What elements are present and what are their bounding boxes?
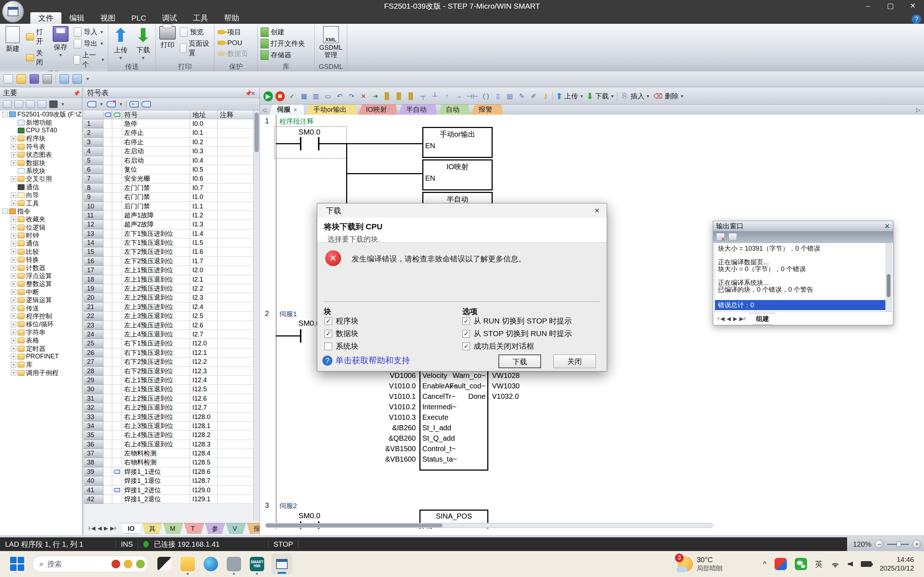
symbol-name-cell[interactable]: 右门门禁	[122, 193, 190, 201]
row-number[interactable]: 7	[84, 174, 103, 183]
page-setup-button[interactable]: 页面设置	[180, 39, 211, 58]
symbol-comment-cell[interactable]	[218, 422, 254, 430]
editor-tab[interactable]: IO映射	[359, 104, 397, 115]
import-button[interactable]: 导入▼	[74, 27, 105, 37]
tab-scroll-right-icon[interactable]: ▷	[916, 107, 921, 113]
symbol-row[interactable]: 13 左下1预压进到位 I1.4	[84, 229, 254, 239]
pin-operand[interactable]: &VB1500	[369, 445, 416, 453]
quick-open-icon[interactable]	[16, 74, 26, 84]
upload-button[interactable]: ⬆ 上传▼	[111, 26, 130, 62]
ladder-toolbar-icon[interactable]: ▉	[394, 91, 404, 102]
network-title[interactable]: 伺服1	[279, 309, 297, 319]
ladder-toolbar-icon[interactable]: ✕	[359, 91, 368, 102]
tree-expander-icon[interactable]: +	[11, 233, 16, 239]
row-number[interactable]: 27	[84, 357, 103, 366]
row-number[interactable]: 24	[84, 330, 103, 339]
clear-output-icon[interactable]: ✕	[716, 233, 725, 241]
symbol-comment-cell[interactable]	[218, 202, 254, 211]
symbol-address-cell[interactable]: I1.5	[190, 239, 218, 247]
symbol-row[interactable]: 5 右启动 I0.4	[84, 156, 254, 165]
symbol-tab[interactable]: 其他	[142, 523, 162, 534]
file-explorer-icon[interactable]	[181, 557, 195, 571]
tree-item[interactable]: + 符号表	[0, 143, 82, 151]
help-icon[interactable]: ?	[912, 15, 921, 24]
symbol-row[interactable]: 2 左停止 I0.1	[84, 128, 254, 137]
editor-tab[interactable]: 半自动	[399, 104, 437, 115]
export-button[interactable]: 导出▼	[74, 39, 105, 48]
symbol-address-cell[interactable]: I128.4	[190, 449, 218, 458]
row-number[interactable]: 3	[84, 138, 103, 147]
tree-expander-icon[interactable]: +	[11, 249, 16, 254]
symbol-row[interactable]: 42 焊接1_2退位 I129.1	[84, 495, 254, 504]
symbol-comment-cell[interactable]	[218, 220, 254, 229]
option-checkbox-row[interactable]: ✓ 从 RUN 切换到 STOP 时提示	[462, 317, 572, 325]
symbol-comment-cell[interactable]	[218, 147, 254, 156]
symbol-row[interactable]: 10 后门门禁 I1.1	[84, 202, 254, 211]
symbol-address-cell[interactable]: I1.3	[190, 220, 218, 229]
symbol-name-cell[interactable]: 右上3预压退到位	[122, 422, 190, 430]
ladder-toolbar-icon[interactable]: ✐	[529, 91, 538, 102]
symbol-name-cell[interactable]: 右下2预压退到位	[122, 367, 190, 376]
row-number[interactable]: 4	[84, 147, 103, 156]
dialog-titlebar[interactable]: 下载	[317, 203, 607, 218]
symbol-comment-cell[interactable]	[218, 440, 254, 449]
tree-expander-icon[interactable]: +	[11, 241, 16, 246]
symbol-address-cell[interactable]: I0.7	[190, 184, 218, 193]
open-button[interactable]: 打开	[26, 27, 47, 46]
symbol-comment-cell[interactable]	[218, 486, 254, 495]
symbol-address-cell[interactable]: I12.7	[190, 403, 218, 412]
smart-hmi-icon[interactable]: SMART HMI	[250, 557, 264, 571]
editor-tab[interactable]: 报警	[471, 104, 503, 115]
pin-operand[interactable]: V1010.3	[369, 413, 416, 422]
symbol-row[interactable]: 34 右上3预压退到位 I128.1	[84, 422, 254, 430]
pin-operand[interactable]: &VB1600	[369, 455, 416, 463]
symbol-address-cell[interactable]: I1.1	[190, 202, 218, 211]
tree-item[interactable]: + 转换	[0, 256, 82, 264]
tree-item[interactable]: + 逻辑运算	[0, 296, 82, 304]
export-output-icon[interactable]	[729, 233, 737, 241]
symbol-row[interactable]: 35 右上4预压进到位 I128.2	[84, 430, 254, 440]
symbol-name-cell[interactable]: 左启动	[122, 147, 190, 156]
app-icon[interactable]	[2, 1, 24, 23]
tree-item[interactable]: + 浮点运算	[0, 272, 82, 280]
row-number[interactable]: 30	[84, 385, 103, 394]
symbol-name-cell[interactable]: 右上2预压退到位	[122, 403, 190, 412]
symbol-comment-cell[interactable]	[218, 467, 254, 476]
row-number[interactable]: 41	[84, 486, 103, 495]
symbol-row[interactable]: 29 右上1预压进到位 I12.4	[84, 376, 254, 385]
save-button[interactable]: 保存▼	[51, 26, 69, 69]
symbol-address-cell[interactable]: I128.3	[190, 440, 218, 449]
delete-symbol-icon[interactable]	[107, 101, 116, 108]
column-header-symbol[interactable]: 符号	[122, 110, 190, 119]
quick-new-icon[interactable]	[3, 74, 13, 84]
tree-item[interactable]: + 程序块	[0, 134, 82, 142]
row-number[interactable]: 14	[84, 239, 103, 247]
tree-expander-icon[interactable]: -	[2, 112, 8, 117]
symbol-name-cell[interactable]: 左上1预压进到位	[122, 266, 190, 275]
help-link[interactable]: 单击获取帮助和支持	[335, 355, 410, 366]
ladder-toolbar-icon[interactable]: ✎	[517, 91, 526, 102]
dialog-cancel-button[interactable]: 关闭	[553, 355, 596, 368]
dialog-close-button[interactable]: ×	[594, 206, 599, 216]
tree-item[interactable]: + 计数器	[0, 264, 82, 272]
tree-expander-icon[interactable]: +	[11, 193, 16, 198]
tab-close-icon[interactable]: ×	[294, 106, 297, 113]
dialog-download-button[interactable]: 下载	[498, 355, 541, 368]
symbol-row[interactable]: 30 右上1预压退到位 I12.5	[84, 385, 254, 394]
zoom-out-button[interactable]: –	[875, 540, 884, 548]
symbol-comment-cell[interactable]	[218, 156, 254, 165]
tree-tool-icon[interactable]	[26, 100, 35, 108]
symbol-name-cell[interactable]: 超声1故障	[122, 211, 190, 220]
contact-label[interactable]: SM0.0	[288, 128, 331, 136]
row-number[interactable]: 9	[84, 193, 103, 201]
symbol-comment-cell[interactable]	[218, 184, 254, 193]
tree-expander-icon[interactable]: +	[11, 225, 16, 230]
ladder-toolbar-icon[interactable]: ( )	[481, 91, 491, 102]
row-number[interactable]: 22	[84, 311, 103, 321]
symbol-name-cell[interactable]: 焊接1_1进位	[122, 467, 190, 476]
function-block[interactable]: 手动or输出 EN	[422, 127, 493, 158]
symbol-comment-cell[interactable]	[218, 193, 254, 201]
toggle-panel-icon[interactable]	[73, 74, 82, 84]
symbol-row[interactable]: 27 右下2预压进到位 I12.2	[84, 357, 254, 366]
symbol-comment-cell[interactable]	[218, 495, 254, 504]
